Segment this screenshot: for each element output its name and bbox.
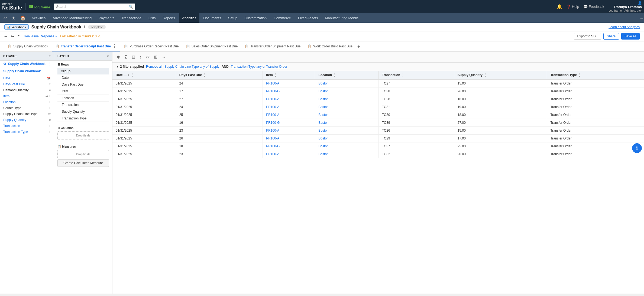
menu-item-setup[interactable]: Setup xyxy=(225,13,241,23)
cell-location[interactable]: Boston xyxy=(315,142,378,150)
date-sort-icon[interactable]: — + xyxy=(124,73,129,77)
menu-item-activities[interactable]: Activities xyxy=(28,13,49,23)
expand-button[interactable]: ↔ xyxy=(161,54,167,60)
cell-location[interactable]: Boston xyxy=(315,103,378,111)
supply-qty-more-icon[interactable]: ⋮ xyxy=(484,73,487,77)
cell-item[interactable]: PR100-A xyxy=(263,111,315,119)
cell-item[interactable]: PR100-A xyxy=(263,135,315,142)
tab-purchase-order-receipt[interactable]: 📋 Purchase Order Receipt Past Due xyxy=(121,42,182,51)
create-measure-button[interactable]: Create Calculated Measure xyxy=(57,159,109,167)
days-more-icon[interactable]: ⋮ xyxy=(203,73,206,77)
menu-item-commerce[interactable]: Commerce xyxy=(270,13,294,23)
field-location[interactable]: Location T xyxy=(0,99,54,105)
cell-location[interactable]: Boston xyxy=(315,119,378,127)
cell-item[interactable]: PR100-G xyxy=(263,87,315,95)
date-more-icon[interactable]: ⋮ xyxy=(131,73,134,77)
user-info[interactable]: 👤 Raditya Pratama Logiframe - Administra… xyxy=(609,1,642,12)
filter-chip-2[interactable]: Transaction Type any of Transfer Order xyxy=(231,65,287,69)
cell-item[interactable]: PR100-A xyxy=(263,79,315,87)
menu-item-transactions[interactable]: Transactions xyxy=(118,13,145,23)
menu-item-lists[interactable]: Lists xyxy=(145,13,159,23)
field-days-past-due[interactable]: Days Past Due T xyxy=(0,81,54,87)
favorite-icon[interactable]: ★ xyxy=(9,15,18,21)
filters-toggle[interactable]: ▾ 2 filters applied xyxy=(117,65,144,69)
transaction-more-icon[interactable]: ⋮ xyxy=(401,73,404,77)
menu-more-icon[interactable]: ··· xyxy=(640,16,643,20)
cell-location[interactable]: Boston xyxy=(315,135,378,142)
add-row-button[interactable]: ⊕ xyxy=(116,54,121,60)
cell-location[interactable]: Boston xyxy=(315,95,378,103)
dataset-source-item[interactable]: ⚙ Supply Chain Workbook ⋮ xyxy=(0,61,54,67)
refresh-button[interactable]: ↻ xyxy=(17,34,21,38)
search-bar[interactable]: 🔍 xyxy=(54,4,135,10)
row-field-location[interactable]: Location xyxy=(57,95,109,102)
feedback-button[interactable]: 💬 Feedback xyxy=(583,5,604,9)
field-transaction[interactable]: Transaction T xyxy=(0,123,54,129)
field-transaction-type[interactable]: Transaction Type T xyxy=(0,129,54,135)
item-more-icon[interactable]: ⋮ xyxy=(274,73,277,77)
cell-item[interactable]: PR100-A xyxy=(263,103,315,111)
filter-button[interactable]: ⊟ xyxy=(131,54,136,60)
cell-item[interactable]: PR100-G xyxy=(263,142,315,150)
trans-type-more-icon[interactable]: ⋮ xyxy=(578,73,581,77)
tab-transfer-order-receipt[interactable]: 📋 Transfer Order Receipt Past Due ⋮ xyxy=(52,41,120,51)
dataset-options-icon[interactable]: ⋮ xyxy=(47,62,51,66)
cell-location[interactable]: Boston xyxy=(315,79,378,87)
learn-analytics-link[interactable]: Learn about Analytics xyxy=(609,25,640,29)
menu-item-documents[interactable]: Documents xyxy=(200,13,224,23)
row-field-item[interactable]: Item xyxy=(57,88,109,95)
cell-location[interactable]: Boston xyxy=(315,127,378,135)
field-source-type[interactable]: Source Type T xyxy=(0,105,54,111)
format-button[interactable]: ⊞ xyxy=(153,54,158,60)
search-input[interactable] xyxy=(56,5,127,9)
cell-location[interactable]: Boston xyxy=(315,87,378,95)
info-bubble[interactable]: ℹ xyxy=(632,143,642,153)
tab-work-order-build[interactable]: 📋 Work Order Build Past Due xyxy=(304,42,356,51)
tab-transfer-order-shipment[interactable]: 📋 Transfer Order Shipment Past Due xyxy=(241,42,304,51)
info-icon[interactable]: ℹ xyxy=(84,25,85,29)
save-as-button[interactable]: Save As xyxy=(621,33,640,40)
cell-item[interactable]: PR100-A xyxy=(263,150,315,158)
cell-item[interactable]: PR100-A xyxy=(263,95,315,103)
row-field-date[interactable]: Date xyxy=(57,74,109,81)
location-more-icon[interactable]: ⋮ xyxy=(333,73,336,77)
menu-item-customization[interactable]: Customization xyxy=(241,13,270,23)
cell-item[interactable]: PR100-G xyxy=(263,119,315,127)
back-icon[interactable]: ↩ xyxy=(1,15,9,21)
cell-location[interactable]: Boston xyxy=(315,150,378,158)
cell-location[interactable]: Boston xyxy=(315,111,378,119)
field-item[interactable]: Item ⇌ T xyxy=(0,93,54,99)
sort-button[interactable]: ↕ xyxy=(138,54,143,60)
add-tab-button[interactable]: + xyxy=(356,42,361,51)
field-supply-quantity[interactable]: Supply Quantity # xyxy=(0,117,54,123)
realtime-response-button[interactable]: Real-Time Response ▾ xyxy=(24,34,57,38)
columns-drop-zone[interactable]: Drop fields xyxy=(57,131,109,139)
row-field-transaction[interactable]: Transaction xyxy=(57,102,109,108)
tab-sales-order-shipment[interactable]: 📋 Sales Order Shipment Past Due xyxy=(183,42,241,51)
menu-item-advanced-manufacturing[interactable]: Advanced Manufacturing xyxy=(49,13,95,23)
dataset-collapse-button[interactable]: « xyxy=(48,54,51,58)
notification-icon[interactable]: 🔔 xyxy=(557,4,562,9)
layout-collapse-button[interactable]: « xyxy=(107,54,109,58)
aggregate-button[interactable]: Σ xyxy=(124,54,128,60)
field-supply-chain-line-type[interactable]: Supply Chain Line Type fx xyxy=(0,111,54,117)
tab-options-icon[interactable]: ⋮ xyxy=(112,44,117,49)
home-icon[interactable]: 🏠 xyxy=(18,15,28,21)
share-button[interactable]: Share xyxy=(603,33,619,40)
menu-item-fixed-assets[interactable]: Fixed Assets xyxy=(295,13,321,23)
undo-button[interactable]: ↩ xyxy=(4,34,8,38)
pivot-button[interactable]: ⇄ xyxy=(145,54,151,60)
measures-drop-zone[interactable]: Drop fields xyxy=(57,150,109,158)
menu-item-payments[interactable]: Payments xyxy=(95,13,118,23)
tab-supply-chain-workbook[interactable]: 📋 Supply Chain Workbook xyxy=(4,42,51,51)
export-sdf-button[interactable]: Export to SDF xyxy=(574,33,601,40)
redo-button[interactable]: ↪ xyxy=(11,34,14,38)
row-field-transaction-type[interactable]: Transaction Type xyxy=(57,115,109,122)
menu-item-reports[interactable]: Reports xyxy=(160,13,179,23)
filter-chip-1[interactable]: Supply Chain Line Type any of Supply xyxy=(164,65,219,69)
menu-item-analytics[interactable]: Analytics xyxy=(179,13,199,23)
row-field-days-past-due[interactable]: Days Past Due xyxy=(57,81,109,88)
cell-item[interactable]: PR100-A xyxy=(263,127,315,135)
remove-all-filters-button[interactable]: Remove all xyxy=(146,65,162,69)
help-button[interactable]: ❓ Help xyxy=(567,5,579,9)
